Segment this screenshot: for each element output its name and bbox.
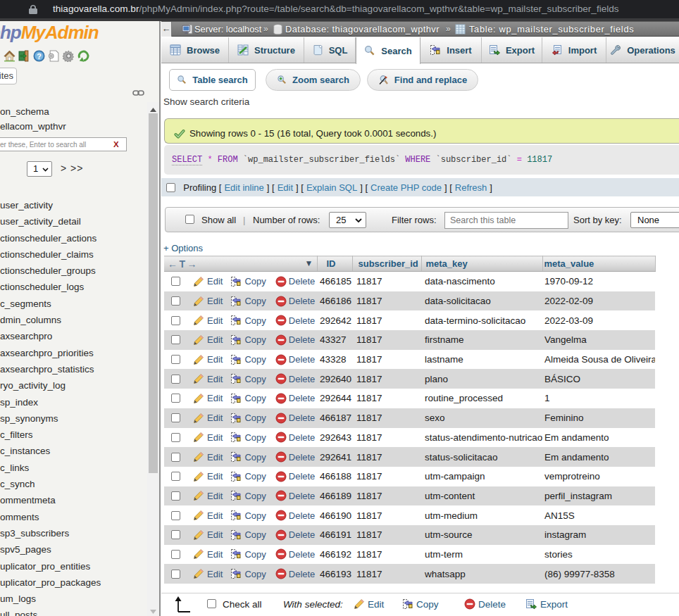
svg-text:?: ? — [37, 52, 41, 61]
